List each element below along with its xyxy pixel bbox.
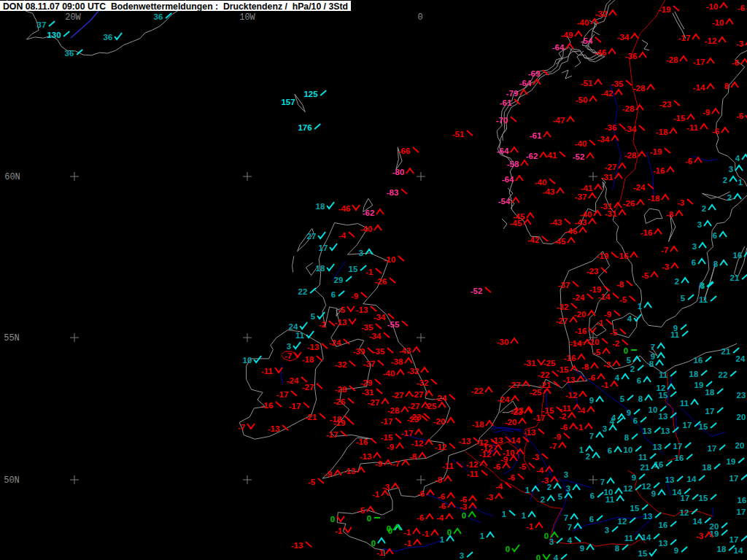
svg-text:-6: -6 [438,492,445,501]
svg-text:13: 13 [643,512,653,521]
svg-text:-24: -24 [633,183,646,192]
svg-text:55N: 55N [4,333,20,343]
svg-text:-5: -5 [519,462,527,471]
svg-text:2: 2 [586,452,590,461]
svg-text:18: 18 [717,545,727,553]
svg-text:-28: -28 [666,55,678,64]
svg-text:-28: -28 [387,406,400,415]
svg-text:-69: -69 [528,69,541,78]
svg-text:3: 3 [605,526,609,534]
svg-text:-31: -31 [605,209,617,218]
svg-text:-14: -14 [570,339,582,348]
svg-text:-2: -2 [612,339,619,348]
svg-text:-3: -3 [662,262,669,271]
svg-text:-27: -27 [408,402,420,411]
svg-text:-12: -12 [435,443,447,451]
svg-text:20: 20 [735,441,745,450]
svg-text:4: 4 [735,154,740,163]
svg-text:-40: -40 [383,369,395,378]
svg-text:15: 15 [699,422,708,431]
svg-text:0: 0 [536,553,541,560]
svg-text:-47: -47 [553,116,565,125]
svg-text:21: 21 [730,273,740,282]
svg-text:36: 36 [104,33,113,42]
svg-text:3: 3 [359,249,363,257]
svg-text:6: 6 [590,491,595,500]
svg-text:2: 2 [630,365,635,373]
svg-text:-4: -4 [495,482,503,491]
svg-text:-27: -27 [411,390,424,399]
svg-text:11: 11 [638,453,648,462]
svg-text:-5: -5 [610,328,618,337]
svg-text:10: 10 [624,446,633,454]
svg-text:-17: -17 [678,34,691,42]
svg-text:14: 14 [734,546,743,555]
svg-text:-8: -8 [616,280,624,289]
svg-text:-6: -6 [588,373,595,382]
svg-text:-3: -3 [532,453,539,462]
svg-text:-17: -17 [381,417,393,426]
svg-text:-20: -20 [433,417,446,426]
svg-text:-16: -16 [575,327,587,335]
svg-text:-27: -27 [302,383,314,392]
svg-text:19: 19 [727,457,736,466]
svg-text:15: 15 [349,265,358,273]
svg-text:-35: -35 [611,79,624,88]
svg-text:-49: -49 [561,31,573,39]
svg-text:2: 2 [675,277,679,286]
svg-text:0: 0 [544,532,549,540]
svg-text:-36: -36 [605,123,617,132]
svg-text:-40: -40 [535,178,547,187]
svg-text:-8: -8 [409,452,417,461]
svg-text:125: 125 [303,90,318,98]
svg-text:11: 11 [624,534,634,542]
svg-text:-14: -14 [598,292,611,301]
svg-text:2: 2 [723,176,727,184]
svg-text:16: 16 [675,454,684,462]
svg-text:-43: -43 [399,346,411,355]
svg-text:130: 130 [47,31,61,39]
svg-text:-23: -23 [407,415,419,424]
svg-text:-45: -45 [554,237,566,246]
svg-text:-23: -23 [587,267,599,276]
svg-text:-70: -70 [496,116,508,125]
svg-text:10: 10 [243,356,252,365]
svg-text:-16: -16 [616,252,629,260]
svg-text:17: 17 [683,421,692,429]
svg-text:9: 9 [627,408,631,417]
svg-text:21: 21 [721,347,731,356]
svg-text:18: 18 [705,388,715,397]
svg-text:-7: -7 [661,246,668,254]
svg-text:-8: -8 [666,210,674,219]
svg-text:-9: -9 [554,432,561,441]
svg-text:1: 1 [525,486,530,494]
svg-text:-13: -13 [356,306,368,314]
svg-text:-50: -50 [576,96,588,104]
svg-text:-5: -5 [641,271,649,280]
svg-text:-12: -12 [479,450,492,459]
svg-text:-62: -62 [526,152,538,160]
svg-text:-1: -1 [404,539,412,548]
svg-text:11: 11 [699,295,708,304]
svg-text:-32: -32 [335,360,347,369]
svg-text:16: 16 [659,521,668,529]
svg-text:-32: -32 [595,9,608,18]
svg-text:-1: -1 [365,268,374,276]
svg-text:-30: -30 [497,338,509,346]
svg-text:1: 1 [440,535,445,544]
svg-text:-64: -64 [497,147,509,155]
svg-text:2: 2 [547,483,551,491]
svg-text:6: 6 [608,446,612,455]
svg-text:11: 11 [670,330,680,339]
svg-text:12: 12 [624,484,633,493]
svg-text:-13: -13 [307,343,320,351]
svg-text:20: 20 [737,413,746,421]
svg-text:2: 2 [702,204,706,213]
svg-text:-1: -1 [376,548,384,557]
svg-text:0: 0 [367,514,371,523]
svg-text:-7: -7 [549,442,557,451]
svg-text:-6: -6 [438,502,446,510]
svg-text:-40: -40 [575,139,587,148]
svg-text:-27: -27 [508,381,521,389]
svg-text:-2: -2 [559,412,566,421]
